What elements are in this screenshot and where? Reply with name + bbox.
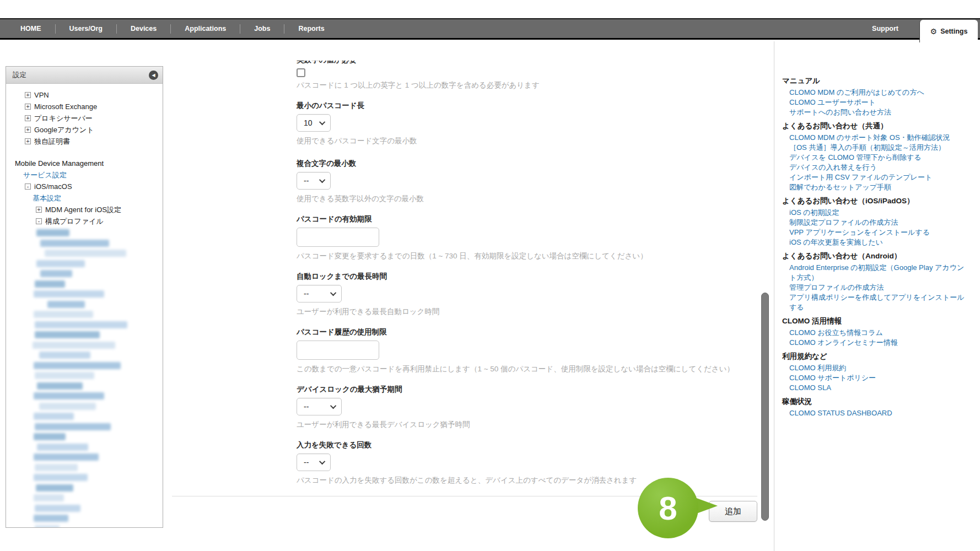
expand-plus-icon[interactable]: +	[25, 92, 31, 98]
nav-item-support[interactable]: Support	[872, 25, 898, 33]
sidebar-node--[interactable]: サービス設定	[6, 169, 163, 181]
help-link[interactable]: iOS の年次更新を実施したい	[782, 237, 971, 247]
help-link[interactable]: CLOMO 利用規約	[782, 363, 971, 373]
help-link[interactable]: iOS の初期設定	[782, 208, 971, 218]
complex-chars-select[interactable]: --	[297, 172, 331, 190]
field-label: デバイスロックの最大猶予期間	[297, 385, 757, 395]
tree-mdm-nodes: サービス設定-iOS/macOS基本設定+MDM Agent for iOS設定…	[6, 169, 163, 227]
tab-settings[interactable]: ⚙ Settings	[919, 20, 978, 42]
node-label: VPN	[34, 91, 49, 99]
field-grace-period: デバイスロックの最大猶予期間 -- ユーザーが利用できる最長デバイスロック猶予時…	[297, 385, 757, 430]
node-label: 独自証明書	[34, 137, 70, 147]
sidebar-node-microsoft-exchange[interactable]: +Microsoft Exchange	[6, 101, 163, 112]
field-label: パスコードの有効期限	[297, 214, 757, 224]
help-link[interactable]: CLOMO オンラインセミナー情報	[782, 338, 971, 348]
help-link[interactable]: デバイスの入れ替えを行う	[782, 163, 971, 172]
field-hint: パスコード変更を要求するまでの日数（1 ~ 730 日、有効期限を設定しない場合…	[297, 251, 757, 261]
redacted-item	[34, 392, 104, 399]
expand-plus-icon[interactable]: +	[25, 104, 31, 110]
help-link[interactable]: CLOMO MDM のご利用がはじめての方へ	[782, 88, 971, 98]
chevron-down-icon	[319, 458, 325, 464]
help-link[interactable]: CLOMO SLA	[782, 383, 971, 393]
auto-lock-select[interactable]: --	[297, 285, 342, 302]
vertical-scrollbar-thumb[interactable]	[761, 293, 769, 521]
collapse-sidebar-button[interactable]: ◀	[149, 71, 158, 80]
redacted-item	[36, 484, 73, 491]
sidebar-link[interactable]: サービス設定	[23, 170, 67, 180]
field-hint: ユーザーが利用できる最長自動ロック時間	[297, 307, 757, 317]
help-link[interactable]: CLOMO お役立ち情報コラム	[782, 328, 971, 338]
expand-plus-icon[interactable]: +	[25, 115, 31, 121]
help-panel: マニュアルCLOMO MDM のご利用がはじめての方へCLOMO ユーザーサポー…	[774, 41, 980, 551]
help-link[interactable]: CLOMO MDM のサポート対象 OS・動作確認状況	[782, 133, 971, 143]
node-label: 構成プロファイル	[45, 217, 104, 226]
main-content: 英数字の値が必要 パスコードに 1 つ以上の英字と 1 つ以上の数字を含める必要…	[172, 61, 757, 534]
help-link[interactable]: Android Enterprise の初期設定（Google Play アカウ…	[782, 263, 971, 283]
nav-item-reports[interactable]: Reports	[284, 25, 338, 33]
select-value: 10	[304, 118, 313, 127]
sidebar-link[interactable]: 基本設定	[33, 193, 61, 203]
nav-item-applications[interactable]: Applications	[171, 25, 240, 33]
help-section-0: マニュアルCLOMO MDM のご利用がはじめての方へCLOMO ユーザーサポー…	[782, 75, 971, 117]
node-label: プロキシサーバー	[34, 114, 93, 123]
help-section-3: よくあるお問い合わせ（Android）Android Enterprise の初…	[782, 251, 971, 312]
help-link[interactable]: 制限設定プロファイルの作成方法	[782, 218, 971, 228]
sidebar-node-google-[interactable]: +Googleアカウント	[6, 124, 163, 136]
sidebar-node-vpn[interactable]: +VPN	[6, 89, 163, 101]
nav-item-devices[interactable]: Devices	[117, 25, 170, 33]
sidebar-node--[interactable]: 基本設定	[6, 192, 163, 204]
sidebar-title: 設定	[13, 71, 26, 80]
sidebar-node-mdm-agent-for-ios-[interactable]: +MDM Agent for iOS設定	[6, 204, 163, 215]
redacted-item	[37, 444, 88, 451]
field-min-length: 最小のパスコード長 10 使用できるパスコード文字の最小数	[297, 101, 757, 146]
field-hint: パスコードの入力を失敗する回数がこの数を超えると、デバイス上のすべてのデータが消…	[297, 476, 757, 485]
passcode-expiry-input[interactable]	[297, 228, 379, 247]
help-link[interactable]: 管理プロファイルの作成方法	[782, 283, 971, 293]
help-section-title: よくあるお問い合わせ（Android）	[782, 251, 971, 262]
help-link[interactable]: デバイスを CLOMO 管理下から削除する	[782, 153, 971, 163]
help-link[interactable]: VPP アプリケーションをインストールする	[782, 228, 971, 237]
nav-item-users-org[interactable]: Users/Org	[56, 25, 116, 33]
redacted-item	[34, 474, 88, 481]
redacted-item	[37, 382, 83, 390]
nav-item-home[interactable]: HOME	[7, 25, 55, 33]
node-label: iOS/macOS	[34, 182, 72, 191]
nav-item-jobs[interactable]: Jobs	[240, 25, 284, 33]
sidebar-node--[interactable]: +独自証明書	[6, 136, 163, 147]
sidebar-node--[interactable]: -構成プロファイル	[6, 215, 163, 227]
sidebar-node-ios-macos[interactable]: -iOS/macOS	[6, 181, 163, 192]
redacted-item	[47, 301, 85, 308]
help-link[interactable]: インポート用 CSV ファイルのテンプレート	[782, 172, 971, 182]
step-badge: 8	[638, 478, 698, 538]
collapse-minus-icon[interactable]: -	[36, 218, 42, 224]
passcode-history-input[interactable]	[297, 341, 379, 360]
redacted-item	[35, 525, 60, 528]
redacted-item	[35, 464, 78, 471]
collapse-minus-icon[interactable]: -	[25, 183, 31, 190]
min-passcode-length-select[interactable]: 10	[297, 114, 331, 132]
device-lock-grace-select[interactable]: --	[297, 398, 342, 415]
alnum-required-checkbox[interactable]	[297, 68, 305, 77]
help-section-6: 稼働状況CLOMO STATUS DASHBOARD	[782, 396, 971, 418]
help-link[interactable]: CLOMO STATUS DASHBOARD	[782, 408, 971, 418]
redacted-item	[34, 311, 93, 318]
expand-plus-icon[interactable]: +	[25, 138, 31, 144]
settings-tree: +VPN+Microsoft Exchange+プロキシサーバー+Googleア…	[6, 84, 163, 528]
help-section-title: 利用規約など	[782, 351, 971, 362]
failed-attempts-select[interactable]: --	[297, 453, 331, 471]
field-auto-lock: 自動ロックまでの最長時間 -- ユーザーが利用できる最長自動ロック時間	[297, 272, 757, 317]
help-link[interactable]: CLOMO サポートポリシー	[782, 373, 971, 383]
help-link[interactable]: CLOMO ユーザーサポート	[782, 98, 971, 107]
help-link[interactable]: ［OS 共通］導入の手順（初期設定～活用方法）	[782, 143, 971, 153]
expand-plus-icon[interactable]: +	[36, 207, 42, 213]
sidebar-node--[interactable]: +プロキシサーバー	[6, 112, 163, 124]
help-link[interactable]: アプリ構成ポリシーを作成してアプリをインストールする	[782, 293, 971, 312]
expand-plus-icon[interactable]: +	[25, 127, 31, 133]
field-label: パスコード履歴の使用制限	[297, 327, 757, 337]
help-link[interactable]: サポートへのお問い合わせ方法	[782, 107, 971, 117]
settings-sidebar: 設定 ◀ +VPN+Microsoft Exchange+プロキシサーバー+Go…	[6, 66, 163, 528]
help-link[interactable]: 図解でわかるセットアップ手順	[782, 182, 971, 192]
field-hint: この数までの一意パスコードを再利用禁止にします（1 ~ 50 個のパスコード、使…	[297, 364, 757, 374]
redacted-item	[39, 403, 96, 410]
help-section-title: よくあるお問い合わせ（共通）	[782, 121, 971, 132]
